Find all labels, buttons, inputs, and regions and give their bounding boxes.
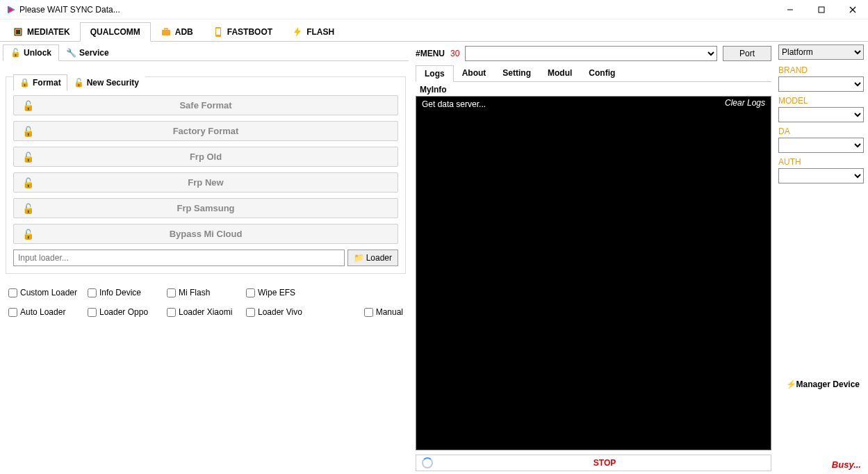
tab-mediatek[interactable]: MEDIATEK <box>3 22 80 42</box>
bypass-micloud-button[interactable]: 🔓Bypass Mi Cloud <box>13 224 398 244</box>
maximize-button[interactable] <box>805 0 837 19</box>
svg-rect-3 <box>819 7 824 13</box>
tab-config[interactable]: Config <box>580 65 623 82</box>
menu-label: #MENU <box>416 49 445 58</box>
brand-label: BRAND <box>778 65 864 75</box>
svg-rect-7 <box>16 30 20 34</box>
da-label: DA <box>778 126 864 136</box>
model-label: MODEL <box>778 96 864 106</box>
chk-auto-loader[interactable]: Auto Loader <box>8 307 85 317</box>
busy-status: Busy... <box>832 459 861 470</box>
device-select[interactable] <box>465 46 717 61</box>
tab-setting[interactable]: Setting <box>494 65 539 82</box>
port-button[interactable]: Port <box>723 46 771 61</box>
lock-icon: 🔒 <box>19 78 30 88</box>
tab-modul[interactable]: Modul <box>539 65 580 82</box>
app-icon <box>6 5 15 15</box>
subtab-service[interactable]: 🔧Service <box>59 44 116 61</box>
tab-fastboot[interactable]: FASTBOOT <box>203 22 282 42</box>
padlock-icon: 🔓 <box>22 152 34 163</box>
auth-select[interactable] <box>778 168 864 183</box>
log-tabs: Logs About Setting Modul Config <box>416 65 771 82</box>
svg-marker-12 <box>294 27 301 37</box>
chk-wipe-efs[interactable]: Wipe EFS <box>246 288 322 297</box>
frp-old-button[interactable]: 🔓Frp Old <box>13 147 398 167</box>
tab-qualcomm[interactable]: QUALCOMM <box>80 22 151 42</box>
flash-icon <box>292 26 303 38</box>
unlock-icon: 🔓 <box>10 48 21 58</box>
chk-mi-flash[interactable]: Mi Flash <box>167 288 243 297</box>
left-subtabs: 🔓Unlock 🔧Service <box>3 44 409 61</box>
subtab-unlock[interactable]: 🔓Unlock <box>3 44 59 61</box>
menu-bar: #MENU 30 Port <box>416 44 771 63</box>
loader-row: 📁Loader <box>13 250 398 266</box>
stop-bar: STOP <box>416 455 771 471</box>
log-box[interactable]: Get data server... Clear Logs <box>416 96 771 450</box>
tab-new-security[interactable]: 🔓New Security <box>67 74 145 91</box>
svg-rect-11 <box>216 28 220 35</box>
chk-custom-loader[interactable]: Custom Loader <box>8 288 85 297</box>
unlock-open-icon: 🔓 <box>74 78 84 88</box>
tab-adb[interactable]: ADB <box>151 22 203 42</box>
loader-button[interactable]: 📁Loader <box>347 250 398 266</box>
model-select[interactable] <box>778 107 864 122</box>
chip-icon <box>13 26 24 38</box>
padlock-icon: 🔓 <box>22 177 34 188</box>
loader-input[interactable] <box>13 250 345 266</box>
minimize-button[interactable] <box>774 0 805 19</box>
chk-loader-vivo[interactable]: Loader Vivo <box>246 307 322 317</box>
right-panel: Platform BRAND MODEL DA AUTH <box>774 42 868 474</box>
chk-loader-oppo[interactable]: Loader Oppo <box>88 307 164 317</box>
padlock-icon: 🔓 <box>22 126 34 137</box>
format-group: 🔒Format 🔓New Security 🔓Safe Format 🔓Fact… <box>6 76 406 274</box>
manager-device-link[interactable]: ⚡Manager Device <box>786 379 860 389</box>
da-select[interactable] <box>778 138 864 153</box>
tab-about[interactable]: About <box>454 65 495 82</box>
brand-select[interactable] <box>778 76 864 92</box>
safe-format-button[interactable]: 🔓Safe Format <box>13 95 398 115</box>
frp-new-button[interactable]: 🔓Frp New <box>13 172 398 193</box>
device-tabs: MEDIATEK QUALCOMM ADB FASTBOOT FLASH <box>0 19 868 42</box>
folder-icon: 📁 <box>354 253 364 263</box>
window-title: Please WAIT SYNC Data... <box>19 5 774 15</box>
phone-icon <box>213 26 224 38</box>
auth-label: AUTH <box>778 157 864 167</box>
padlock-icon: 🔓 <box>22 229 34 240</box>
toolbox-icon <box>161 26 172 38</box>
chk-manual[interactable]: Manual <box>364 307 403 317</box>
padlock-icon: 🔓 <box>22 100 34 111</box>
clear-logs-link[interactable]: Clear Logs <box>725 98 765 108</box>
tab-format[interactable]: 🔒Format <box>13 74 67 91</box>
left-panel: 🔓Unlock 🔧Service 🔒Format 🔓New Security 🔓… <box>0 42 411 474</box>
chk-info-device[interactable]: Info Device <box>88 288 164 297</box>
format-tabs: 🔒Format 🔓New Security <box>13 74 398 91</box>
stop-button[interactable]: STOP <box>439 458 771 468</box>
log-line: Get data server... <box>422 99 486 109</box>
svg-rect-9 <box>165 28 167 31</box>
factory-format-button[interactable]: 🔓Factory Format <box>13 121 398 141</box>
frp-samsung-button[interactable]: 🔓Frp Samsung <box>13 198 398 218</box>
spinner-icon <box>422 457 433 468</box>
checkbox-grid: Custom Loader Info Device Mi Flash Wipe … <box>8 288 403 317</box>
chk-loader-xiaomi[interactable]: Loader Xiaomi <box>167 307 243 317</box>
padlock-icon: 🔓 <box>22 203 34 214</box>
tab-flash[interactable]: FLASH <box>282 22 344 42</box>
service-icon: 🔧 <box>66 48 76 58</box>
window-controls <box>774 0 868 19</box>
bolt-icon: ⚡ <box>786 379 796 389</box>
myinfo-label: MyInfo <box>420 85 771 95</box>
menu-count: 30 <box>450 49 459 58</box>
platform-select[interactable]: Platform <box>778 44 864 60</box>
middle-panel: #MENU 30 Port Logs About Setting Modul C… <box>411 42 774 474</box>
titlebar: Please WAIT SYNC Data... <box>0 0 868 19</box>
tab-logs[interactable]: Logs <box>416 65 454 82</box>
close-button[interactable] <box>837 0 868 19</box>
